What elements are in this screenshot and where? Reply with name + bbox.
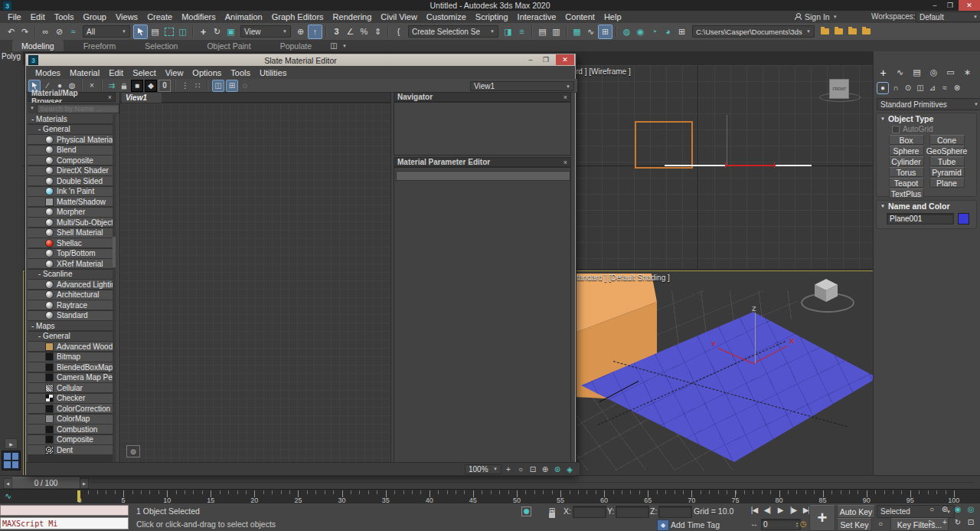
tree-row[interactable]: Matte/Shadow <box>28 197 116 206</box>
tab-utilities-icon[interactable]: ∗ <box>961 66 974 79</box>
viewcube[interactable] <box>815 279 838 302</box>
maximize-button[interactable]: ❐ <box>943 1 957 10</box>
options-dots-icon[interactable]: ⋮ <box>180 80 191 91</box>
render-setup-icon[interactable]: ◍ <box>620 25 633 38</box>
tab-modify-icon[interactable]: ∿ <box>893 66 906 79</box>
category-shapes-icon[interactable]: ∩ <box>890 83 901 93</box>
rollout-header[interactable]: ▼ Name and Color <box>877 201 976 211</box>
tree-row[interactable]: BlendedBoxMap <box>28 362 116 372</box>
show-numbers-icon[interactable]: 0 <box>158 80 171 92</box>
tree-row[interactable]: Shellac <box>28 238 116 247</box>
use-pivot-center-icon[interactable]: ↑ <box>308 25 322 39</box>
tree-row[interactable]: Advanced Wood <box>28 342 116 351</box>
tree-row[interactable]: Blend <box>28 146 116 155</box>
zoom-icon[interactable]: ○ <box>926 504 937 515</box>
slate-maximize-button[interactable]: ❐ <box>539 55 553 64</box>
ribbon-tab[interactable]: Modeling <box>12 40 64 51</box>
redo-icon[interactable]: ↷ <box>18 25 31 38</box>
menu-item[interactable]: Edit <box>26 12 50 21</box>
curve-editor-icon[interactable]: ∿ <box>584 25 597 38</box>
tree-row[interactable]: Physical Material <box>28 135 116 144</box>
mirror-icon[interactable]: ◨ <box>501 25 514 38</box>
menu-item[interactable]: Animation <box>220 12 267 21</box>
button-geosphere[interactable]: GeoSphere <box>929 146 965 156</box>
box-wireframe[interactable] <box>635 121 693 169</box>
selection-filter-dropdown[interactable]: All ▼ <box>83 25 130 38</box>
menu-item[interactable]: Scripting <box>471 12 513 21</box>
button-box[interactable]: Box <box>889 135 924 145</box>
hide-unused-slots-icon[interactable]: ◌ <box>240 80 250 91</box>
slate-menu-item[interactable]: Tools <box>226 68 255 77</box>
field-of-view-icon[interactable]: ▷ <box>926 517 937 528</box>
button-tube[interactable]: Tube <box>929 156 965 166</box>
slate-title-bar[interactable]: 3 Slate Material Editor – ❐ ✕ <box>26 54 575 66</box>
time-configuration-icon[interactable]: ◷ <box>798 519 808 529</box>
tree-row[interactable]: Camera Map Per Pixel <box>28 373 116 382</box>
browser-panel-header[interactable]: Material/Map Browser × <box>28 92 116 102</box>
view-zoom-dropdown[interactable]: 100% ▼ <box>465 464 501 474</box>
active-view-dropdown[interactable]: View1 ▼ <box>470 81 574 91</box>
ribbon-toggle-icon[interactable]: ▦ <box>570 25 583 38</box>
layout-children-icon[interactable]: ⊞ <box>226 80 238 92</box>
auto-key-button[interactable]: Auto Key <box>837 505 875 518</box>
tree-row[interactable]: - General <box>28 125 116 134</box>
menu-item[interactable]: Modifiers <box>177 12 220 21</box>
navigator-panel-header[interactable]: Navigator × <box>394 92 571 102</box>
close-icon[interactable]: × <box>108 93 112 101</box>
tree-row[interactable]: Architectural <box>28 290 116 300</box>
browser-scrollbar[interactable] <box>113 114 116 463</box>
bind-to-space-warp-icon[interactable]: ≈ <box>67 25 80 38</box>
set-keys-button[interactable]: + <box>809 505 835 531</box>
angle-snap-icon[interactable]: ∠ <box>344 25 357 38</box>
close-icon[interactable]: × <box>564 159 567 166</box>
snaps-toggle-icon[interactable]: 3 <box>330 25 343 38</box>
slate-menu-item[interactable]: View <box>161 68 188 77</box>
tree-row[interactable]: Advanced Lighting... <box>28 280 116 289</box>
move-children-icon[interactable]: ⇉ <box>106 80 117 91</box>
tree-row[interactable]: Standard <box>28 311 116 320</box>
search-filter-icon[interactable]: ▼ <box>30 106 34 110</box>
select-by-name-icon[interactable]: ▤ <box>149 25 162 38</box>
maxscript-mini-listener-pink[interactable] <box>0 505 129 516</box>
tree-row[interactable]: Bitmap <box>28 352 116 362</box>
zoom-extents-icon[interactable]: ◉ <box>952 504 963 515</box>
menu-item[interactable]: Views <box>111 12 142 21</box>
viewport-label[interactable]: tandard ] [Default Shading ] <box>577 274 670 282</box>
tab-motion-icon[interactable]: ◎ <box>927 66 940 79</box>
next-frame-arrow[interactable]: ▶ <box>80 478 89 489</box>
default-in-out-tangents-icon[interactable]: ○ <box>875 519 886 529</box>
layout-all-icon[interactable]: ◫ <box>212 80 224 92</box>
zoom-extents-all-icon[interactable]: ◎ <box>965 504 976 515</box>
tree-row[interactable]: ColorCorrection <box>28 404 116 413</box>
viewport-label[interactable]: rd ] [Wireframe ] <box>576 67 631 76</box>
select-and-link-icon[interactable]: ∞ <box>39 25 52 38</box>
use-pivot-point-icon[interactable]: ⊕ <box>294 25 307 38</box>
named-selection-set-dropdown[interactable]: Create Selection Se ▼ <box>408 25 498 38</box>
zoom-tool-icon[interactable]: ○ <box>515 464 526 474</box>
select-and-move-icon[interactable]: + <box>197 25 210 38</box>
slate-minimize-button[interactable]: – <box>524 55 537 64</box>
parameter-editor-bar[interactable] <box>396 171 570 181</box>
current-frame-spinner[interactable]: 0 ▲ ▼ <box>761 519 801 530</box>
tree-row[interactable]: Composite <box>28 156 116 165</box>
maxscript-mini-listener[interactable]: MAXScript Mi <box>0 517 129 529</box>
tree-row[interactable]: Cellular <box>28 383 116 392</box>
menu-item[interactable]: Tools <box>50 12 79 21</box>
set-project-icon[interactable] <box>846 25 859 38</box>
ribbon-tab[interactable]: Selection <box>136 40 187 51</box>
tree-row[interactable]: DirectX Shader <box>28 166 116 175</box>
tree-row[interactable]: - General <box>28 332 116 341</box>
menu-item[interactable]: Help <box>599 12 626 21</box>
show-shaded-icon[interactable]: ◆ <box>145 80 157 92</box>
unlink-selection-icon[interactable]: ⊘ <box>53 25 66 38</box>
menu-item[interactable]: Rendering <box>328 12 377 21</box>
category-geometry-icon[interactable]: ● <box>877 82 889 94</box>
align-icon[interactable]: ≡ <box>515 25 528 38</box>
tab-display-icon[interactable]: ▭ <box>944 66 957 79</box>
tree-row[interactable]: Dent <box>28 445 116 454</box>
button-plane[interactable]: Plane <box>929 178 965 188</box>
collapsed-panel-label[interactable]: Polyg <box>2 52 21 61</box>
tree-row[interactable]: ColorMap <box>28 415 116 424</box>
project-switcher-icon[interactable] <box>860 25 873 38</box>
tree-row[interactable]: Morpher <box>28 208 116 217</box>
